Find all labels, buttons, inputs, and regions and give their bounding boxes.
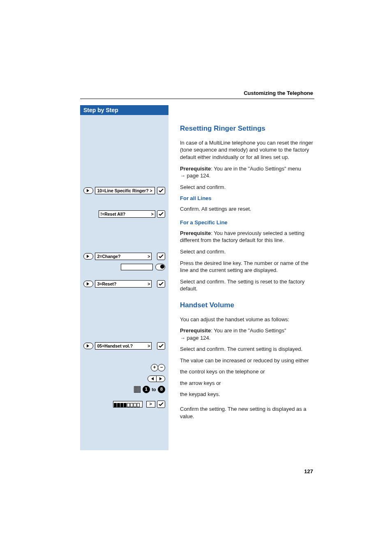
body-text: Confirm the setting. The new setting is … (180, 405, 315, 420)
page-number: 127 (304, 468, 313, 474)
lcd-arrow: > (146, 401, 155, 408)
step-row-reset-all: !=Reset All?> (80, 210, 168, 218)
step-row-keypad: 1 to 8 (80, 385, 168, 394)
body-text: the keypad keys. (180, 391, 315, 398)
body-text: Prerequisite: You have previously select… (180, 230, 315, 244)
page-header: Customizing the Telephone (244, 90, 313, 96)
step-row-arrowkeys (80, 375, 168, 383)
sidebar-title: Step by Step (80, 105, 168, 115)
lcd-option: 05=Handset vol.?> (95, 342, 152, 350)
main-content: Resetting Ringer Settings In case of a M… (180, 124, 315, 424)
text: : You are in the "Audio Settings" menu (211, 166, 301, 172)
header-rule (80, 99, 314, 99)
section-heading: Resetting Ringer Settings (180, 124, 315, 134)
lcd-option: !=Reset All?> (99, 210, 155, 218)
nav-left-icon (148, 375, 157, 382)
page-ref: → page 124. (180, 173, 210, 179)
subsection-heading: For a Specific Line (180, 219, 315, 226)
line-key-icon (121, 264, 153, 270)
body-text: Select and confirm. (180, 248, 315, 256)
lcd-option: 2=Change?> (95, 253, 152, 260)
body-text: In case of a MultiLine telephone you can… (180, 139, 315, 161)
step-row-change: 2=Change?> (80, 252, 168, 260)
confirm-check-icon (157, 342, 165, 350)
body-text: Prerequisite: You are in the "Audio Sett… (180, 327, 315, 341)
step-row-plusminus: +− (80, 364, 168, 372)
key-1-icon: 1 (143, 386, 150, 393)
nav-right-icon (83, 343, 93, 349)
sidebar: Step by Step (80, 105, 168, 450)
confirm-check-icon (157, 187, 165, 194)
label: Prerequisite (180, 230, 211, 236)
lcd-text: 05=Handset vol.? (97, 343, 133, 348)
subsection-heading: For all Lines (180, 195, 315, 202)
body-text: the arrow keys or (180, 380, 315, 387)
section-heading: Handset Volume (180, 301, 315, 310)
step-row-linekey (80, 263, 168, 271)
nav-right-icon (83, 253, 93, 260)
confirm-check-icon (157, 210, 165, 218)
nav-right-icon (156, 375, 165, 382)
lcd-option: 3=Reset?> (95, 280, 152, 288)
step-row-line-specific-ringer: 10=Line Specific Ringer? > (80, 187, 168, 195)
text: : You are in the "Audio Settings" (211, 327, 286, 334)
body-text: The value can be increased or reduced by… (180, 357, 315, 364)
to-label: to (152, 387, 156, 392)
body-text: Select and confirm. (180, 184, 315, 191)
step-row-handset-vol: 05=Handset vol.?> (80, 342, 168, 350)
volume-bar-icon (113, 401, 143, 408)
body-text: Select and confirm. The setting is reset… (180, 278, 315, 292)
confirm-check-icon (157, 280, 165, 288)
lcd-text: 2=Change? (97, 254, 120, 259)
page-ref: → page 124. (180, 335, 210, 341)
keypad-grid-icon (134, 386, 141, 393)
step-row-reset: 3=Reset?> (80, 280, 168, 288)
minus-key-icon: − (158, 364, 165, 371)
confirm-check-icon (157, 253, 165, 260)
line-key-led-icon (155, 264, 165, 270)
body-text: Confirm. All settings are reset. (180, 205, 315, 213)
key-8-icon: 8 (158, 386, 165, 393)
lcd-text: !=Reset All? (101, 212, 126, 216)
body-text: Prerequisite: You are in the "Audio Sett… (180, 165, 315, 180)
plus-key-icon: + (151, 364, 158, 371)
nav-right-icon (83, 281, 93, 287)
nav-right-icon (83, 187, 93, 194)
body-text: You can adjust the handset volume as fol… (180, 316, 315, 323)
lcd-option: 10=Line Specific Ringer? > (95, 187, 155, 194)
label: Prerequisite (180, 166, 211, 172)
step-row-progress: > (80, 400, 168, 408)
body-text: Select and confirm. The current setting … (180, 345, 315, 353)
label: Prerequisite (180, 327, 211, 334)
body-text: the control keys on the telephone or (180, 368, 315, 375)
body-text: Press the desired line key. The number o… (180, 260, 315, 274)
confirm-check-icon (157, 401, 165, 408)
lcd-text: 3=Reset? (97, 281, 116, 286)
